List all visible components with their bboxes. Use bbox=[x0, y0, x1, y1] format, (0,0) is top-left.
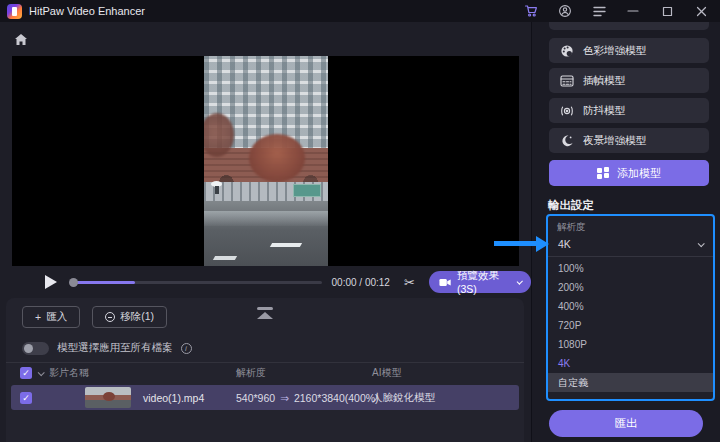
sidebar: 色彩增強模型 插幀模型 防抖模型 bbox=[531, 22, 720, 442]
progress-fill bbox=[75, 281, 135, 284]
video-stage[interactable] bbox=[12, 56, 519, 266]
resolution-option-4k[interactable]: 4K bbox=[548, 354, 713, 373]
palette-icon bbox=[560, 44, 574, 58]
resolution-label: 解析度 bbox=[548, 216, 713, 234]
app-window: HitPaw Video Enhancer bbox=[0, 0, 720, 442]
import-button[interactable]: + 匯入 bbox=[22, 306, 80, 328]
resolution-option-200[interactable]: 200% bbox=[548, 278, 713, 297]
scrolled-button-partial[interactable] bbox=[549, 22, 709, 30]
video-wet-reflection bbox=[204, 211, 328, 226]
table-row[interactable]: ✓ video(1).mp4 540*960 ⇒ 2160*3840(400%)… bbox=[11, 385, 519, 410]
export-button[interactable]: 匯出 bbox=[549, 410, 703, 437]
add-model-grid-icon bbox=[597, 167, 609, 179]
app-logo-icon bbox=[7, 4, 22, 19]
titlebar-controls bbox=[524, 4, 720, 18]
file-toolbar: + 匯入 移除(1) bbox=[6, 298, 524, 336]
header-resolution: 解析度 bbox=[236, 366, 372, 380]
model-button-night-enhance[interactable]: 夜景增強模型 bbox=[549, 128, 709, 153]
video-lane-marking bbox=[270, 243, 302, 247]
home-icon[interactable] bbox=[14, 32, 28, 46]
resolution-option-400[interactable]: 400% bbox=[548, 297, 713, 316]
resolution-option-custom[interactable]: 自定義 bbox=[548, 373, 713, 392]
minimize-icon[interactable] bbox=[626, 4, 640, 18]
night-enhance-icon bbox=[560, 134, 574, 148]
playhead-handle[interactable] bbox=[69, 278, 78, 287]
resolution-dropdown-box: 解析度 4K 100% 200% 400% 720P 1080P 4K 自定義 bbox=[546, 214, 715, 401]
remove-label: 移除(1) bbox=[120, 310, 154, 324]
model-button-stabilization[interactable]: 防抖模型 bbox=[549, 98, 709, 123]
maximize-icon[interactable] bbox=[660, 4, 674, 18]
nav-bar bbox=[0, 22, 531, 56]
resolution-cell: 540*960 ⇒ 2160*3840(400%) bbox=[236, 392, 372, 404]
video-tree-main bbox=[249, 134, 305, 182]
resolution-select[interactable]: 4K bbox=[548, 234, 713, 257]
seek-bar[interactable] bbox=[71, 281, 322, 284]
play-button[interactable] bbox=[45, 275, 57, 289]
cart-icon[interactable] bbox=[524, 4, 538, 18]
time-display: 00:00 / 00:12 bbox=[332, 277, 390, 288]
video-thumbnail bbox=[85, 387, 131, 408]
sort-chevron-icon[interactable] bbox=[38, 369, 45, 376]
remove-circle-icon bbox=[105, 312, 115, 322]
model-button-label: 色彩增強模型 bbox=[583, 44, 646, 58]
collapse-panel-icon[interactable] bbox=[257, 307, 273, 319]
add-model-button[interactable]: 添加模型 bbox=[549, 160, 709, 186]
resolution-options-list: 100% 200% 400% 720P 1080P 4K 自定義 bbox=[548, 257, 713, 392]
source-resolution: 540*960 bbox=[236, 392, 275, 404]
video-sign-board bbox=[293, 184, 321, 197]
resolution-option-720p[interactable]: 720P bbox=[548, 316, 713, 335]
apply-all-row: 模型選擇應用至所有檔案 i bbox=[6, 336, 524, 360]
info-icon[interactable]: i bbox=[181, 343, 192, 354]
header-video-name: 影片名稱 bbox=[49, 366, 89, 380]
player-controls: 00:00 / 00:12 ✂ 預覽效果(3S) bbox=[0, 266, 531, 298]
close-icon[interactable] bbox=[694, 4, 708, 18]
video-lane-marking-2 bbox=[213, 256, 237, 260]
row-checkbox[interactable]: ✓ bbox=[20, 392, 32, 404]
video-frame bbox=[204, 56, 328, 266]
import-label: 匯入 bbox=[46, 310, 67, 324]
add-model-label: 添加模型 bbox=[617, 166, 661, 181]
preview-effect-label: 預覽效果(3S) bbox=[457, 269, 511, 295]
model-button-label: 防抖模型 bbox=[583, 104, 625, 118]
video-camera-icon bbox=[439, 277, 451, 288]
stabilization-icon bbox=[560, 104, 574, 118]
model-button-label: 夜景增強模型 bbox=[583, 134, 646, 148]
chevron-down-icon bbox=[516, 278, 523, 285]
trim-scissors-icon[interactable]: ✂ bbox=[404, 275, 415, 290]
titlebar-left: HitPaw Video Enhancer bbox=[0, 4, 145, 19]
app-title: HitPaw Video Enhancer bbox=[29, 5, 145, 17]
model-button-color-enhance[interactable]: 色彩增強模型 bbox=[549, 38, 709, 63]
preview-pane: 00:00 / 00:12 ✂ 預覽效果(3S) + 匯入 移除(1) bbox=[0, 22, 531, 442]
arrow-right-icon: ⇒ bbox=[280, 392, 289, 404]
annotation-arrow bbox=[494, 241, 537, 246]
titlebar: HitPaw Video Enhancer bbox=[0, 0, 720, 22]
plus-icon: + bbox=[35, 311, 41, 323]
target-resolution: 2160*3840(400%) bbox=[294, 392, 379, 404]
apply-all-toggle[interactable] bbox=[22, 342, 49, 355]
chevron-down-icon bbox=[698, 240, 705, 247]
model-button-label: 插幀模型 bbox=[583, 74, 625, 88]
menu-icon[interactable] bbox=[592, 4, 606, 18]
resolution-value: 4K bbox=[558, 238, 571, 250]
apply-all-label: 模型選擇應用至所有檔案 bbox=[57, 341, 173, 355]
file-name: video(1).mp4 bbox=[143, 392, 204, 404]
table-header-row: ✓ 影片名稱 解析度 AI模型 bbox=[6, 363, 524, 383]
frame-interpolation-icon bbox=[560, 74, 574, 88]
model-button-frame-interpolation[interactable]: 插幀模型 bbox=[549, 68, 709, 93]
output-settings-title: 輸出設定 bbox=[548, 198, 594, 213]
account-icon[interactable] bbox=[558, 4, 572, 18]
resolution-option-100[interactable]: 100% bbox=[548, 259, 713, 278]
select-all-checkbox[interactable]: ✓ bbox=[20, 367, 32, 379]
header-ai-model: AI模型 bbox=[372, 366, 516, 380]
preview-effect-button[interactable]: 預覽效果(3S) bbox=[429, 271, 531, 293]
file-list-panel: + 匯入 移除(1) 模型選擇應用至所有檔案 i ✓ bbox=[6, 298, 524, 442]
remove-button[interactable]: 移除(1) bbox=[92, 306, 167, 328]
ai-model-cell: 人臉銳化模型 bbox=[372, 391, 516, 405]
resolution-option-1080p[interactable]: 1080P bbox=[548, 335, 713, 354]
